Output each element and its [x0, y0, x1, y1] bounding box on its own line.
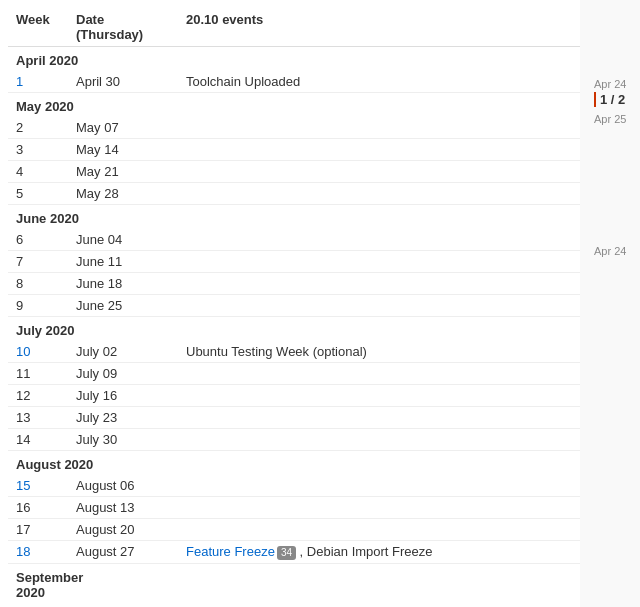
events-cell: [178, 251, 580, 273]
table-row: 15August 06: [8, 475, 580, 497]
week-cell: 7: [8, 251, 68, 273]
table-row: 13July 23: [8, 407, 580, 429]
col-header-week: Week: [8, 8, 68, 47]
month-header-row: May 2020: [8, 93, 580, 118]
events-cell: Ubuntu Testing Week (optional): [178, 341, 580, 363]
month-label: July 2020: [8, 317, 580, 342]
date-cell: August 27: [68, 541, 178, 564]
date-cell: August 06: [68, 475, 178, 497]
date-cell: August 20: [68, 519, 178, 541]
sidebar-label-top: Apr 24: [594, 78, 626, 90]
week-cell: 9: [8, 295, 68, 317]
sidebar-page-number: 1 / 2: [594, 92, 625, 107]
week-cell: 4: [8, 161, 68, 183]
events-cell: [178, 363, 580, 385]
events-cell: [178, 475, 580, 497]
date-cell: July 30: [68, 429, 178, 451]
week-cell: 18: [8, 541, 68, 564]
month-header-row: July 2020: [8, 317, 580, 342]
table-row: 17August 20: [8, 519, 580, 541]
date-cell: July 23: [68, 407, 178, 429]
events-cell: Feature Freeze34 , Debian Import Freeze: [178, 541, 580, 564]
table-row: 1April 30Toolchain Uploaded: [8, 71, 580, 93]
table-row: 9June 25: [8, 295, 580, 317]
table-row: 16August 13: [8, 497, 580, 519]
sidebar: Apr 24 1 / 2 Apr 25 Apr 24: [580, 0, 640, 607]
events-cell: [178, 229, 580, 251]
event-text: Toolchain Uploaded: [186, 74, 300, 89]
week-cell: 3: [8, 139, 68, 161]
table-row: 18August 27Feature Freeze34 , Debian Imp…: [8, 541, 580, 564]
events-cell: [178, 117, 580, 139]
events-cell: Ubuntu Testing Week (optional): [178, 603, 580, 607]
date-cell: June 25: [68, 295, 178, 317]
table-row: 10July 02Ubuntu Testing Week (optional): [8, 341, 580, 363]
table-row: 7June 11: [8, 251, 580, 273]
date-cell: June 18: [68, 273, 178, 295]
event-text: , Debian Import Freeze: [296, 544, 433, 559]
week-cell: 2: [8, 117, 68, 139]
week-cell: 16: [8, 497, 68, 519]
week-cell: 1: [8, 71, 68, 93]
week-cell: 19: [8, 603, 68, 607]
month-label: September 2020: [8, 563, 580, 603]
date-cell: July 16: [68, 385, 178, 407]
week-link[interactable]: 18: [16, 544, 30, 559]
week-cell: 12: [8, 385, 68, 407]
table-row: 3May 14: [8, 139, 580, 161]
week-link[interactable]: 1: [16, 74, 23, 89]
month-header-row: June 2020: [8, 205, 580, 230]
month-label: June 2020: [8, 205, 580, 230]
events-cell: [178, 385, 580, 407]
date-cell: May 21: [68, 161, 178, 183]
table-row: 19September 03Ubuntu Testing Week (optio…: [8, 603, 580, 607]
col-header-events: 20.10 events: [178, 8, 580, 47]
week-cell: 10: [8, 341, 68, 363]
date-cell: May 07: [68, 117, 178, 139]
week-cell: 5: [8, 183, 68, 205]
date-cell: August 13: [68, 497, 178, 519]
date-cell: September 03: [68, 603, 178, 607]
events-cell: [178, 161, 580, 183]
month-label: April 2020: [8, 47, 580, 72]
month-label: August 2020: [8, 451, 580, 476]
week-cell: 15: [8, 475, 68, 497]
table-row: 5May 28: [8, 183, 580, 205]
table-row: 11July 09: [8, 363, 580, 385]
month-header-row: April 2020: [8, 47, 580, 72]
events-cell: [178, 429, 580, 451]
events-cell: Toolchain Uploaded: [178, 71, 580, 93]
week-cell: 17: [8, 519, 68, 541]
page-indicator: Apr 24 1 / 2 Apr 25 Apr 24: [590, 70, 640, 261]
sidebar-label-middle: Apr 25: [594, 113, 626, 125]
month-header-row: August 2020: [8, 451, 580, 476]
events-cell: [178, 407, 580, 429]
col-header-date: Date (Thursday): [68, 8, 178, 47]
events-cell: [178, 497, 580, 519]
week-cell: 8: [8, 273, 68, 295]
calendar-table: Week Date (Thursday) 20.10 events April …: [0, 0, 580, 607]
date-cell: July 02: [68, 341, 178, 363]
events-cell: [178, 519, 580, 541]
events-cell: [178, 295, 580, 317]
events-cell: [178, 273, 580, 295]
table-row: 2May 07: [8, 117, 580, 139]
table-row: 14July 30: [8, 429, 580, 451]
week-cell: 6: [8, 229, 68, 251]
month-header-row: September 2020: [8, 563, 580, 603]
event-badge: 34: [277, 546, 296, 560]
events-cell: [178, 139, 580, 161]
date-cell: July 09: [68, 363, 178, 385]
event-link[interactable]: Feature Freeze: [186, 544, 275, 559]
table-row: 4May 21: [8, 161, 580, 183]
date-cell: April 30: [68, 71, 178, 93]
table-row: 12July 16: [8, 385, 580, 407]
event-text: Ubuntu Testing Week (optional): [186, 344, 367, 359]
sidebar-label-bottom: Apr 24: [594, 245, 626, 257]
week-link[interactable]: 15: [16, 478, 30, 493]
table-row: 8June 18: [8, 273, 580, 295]
date-cell: June 04: [68, 229, 178, 251]
table-row: 6June 04: [8, 229, 580, 251]
month-label: May 2020: [8, 93, 580, 118]
week-link[interactable]: 10: [16, 344, 30, 359]
